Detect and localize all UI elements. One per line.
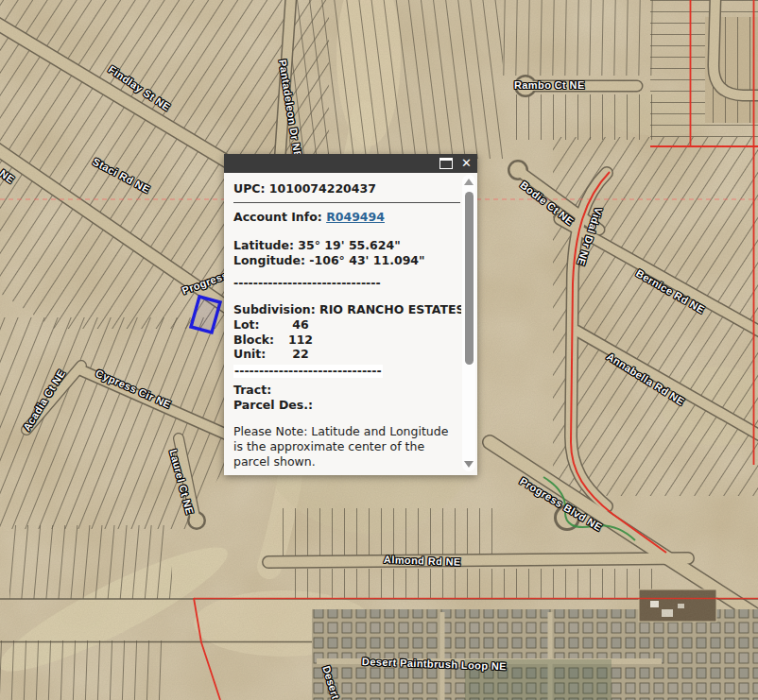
subdivision-value: RIO RANCHO ESTATES bbox=[319, 302, 461, 316]
unit-row: Unit:22 bbox=[233, 347, 457, 362]
block-value: 112 bbox=[283, 333, 319, 348]
longitude-row: Longitude: -106° 43' 11.094" bbox=[233, 253, 457, 268]
scroll-down-icon[interactable] bbox=[464, 461, 474, 468]
popup-titlebar[interactable]: ✕ bbox=[224, 154, 477, 173]
parcel-info-popup: ✕ UPC: 1010074220437 Account Info: R0494… bbox=[224, 154, 477, 475]
subdivision-row: Subdivision: RIO RANCHO ESTATES bbox=[233, 302, 457, 317]
unit-label: Unit: bbox=[233, 347, 283, 362]
account-label: Account Info: bbox=[233, 210, 322, 224]
tract-row: Tract: bbox=[233, 383, 457, 398]
upc-row: UPC: 1010074220437 bbox=[233, 181, 457, 196]
divider bbox=[233, 202, 460, 203]
subdivision-label: Subdivision: bbox=[233, 302, 316, 316]
account-info-link[interactable]: R049494 bbox=[326, 210, 385, 224]
tract-label: Tract: bbox=[233, 383, 271, 397]
parcel-des-label: Parcel Des.: bbox=[233, 398, 313, 412]
block-row: Block:112 bbox=[233, 333, 457, 348]
popup-body: UPC: 1010074220437 Account Info: R049494… bbox=[224, 173, 461, 475]
longitude-value: -106° 43' 11.094" bbox=[309, 253, 424, 267]
scroll-up-icon[interactable] bbox=[464, 179, 474, 185]
map-viewport[interactable]: Findlay St NE Pantadeleon Dr NE NE Staci… bbox=[0, 0, 758, 700]
upc-label: UPC: bbox=[233, 181, 265, 196]
latitude-label: Latitude: bbox=[233, 238, 294, 252]
parcel-des-row: Parcel Des.: bbox=[233, 398, 457, 413]
maximize-icon[interactable] bbox=[439, 158, 453, 169]
close-icon[interactable]: ✕ bbox=[461, 157, 472, 170]
lot-row: Lot:46 bbox=[233, 317, 457, 333]
dashed-separator: ------------------------------ bbox=[233, 277, 457, 290]
longitude-label: Longitude: bbox=[233, 253, 305, 267]
scrollbar-thumb[interactable] bbox=[465, 192, 474, 365]
latitude-value: 35° 19' 55.624" bbox=[298, 238, 400, 252]
popup-scrollbar[interactable] bbox=[462, 175, 475, 471]
upc-value: 1010074220437 bbox=[269, 181, 376, 196]
dashed-separator: ------------------------------ bbox=[233, 365, 457, 378]
block-label: Block: bbox=[233, 333, 283, 348]
account-row: Account Info: R049494 bbox=[233, 210, 457, 225]
latitude-row: Latitude: 35° 19' 55.624" bbox=[233, 238, 457, 253]
lot-label: Lot: bbox=[233, 317, 283, 333]
unit-value: 22 bbox=[283, 347, 319, 362]
lot-value: 46 bbox=[283, 317, 319, 333]
note-text: Please Note: Latitude and Longitude is t… bbox=[233, 424, 455, 470]
